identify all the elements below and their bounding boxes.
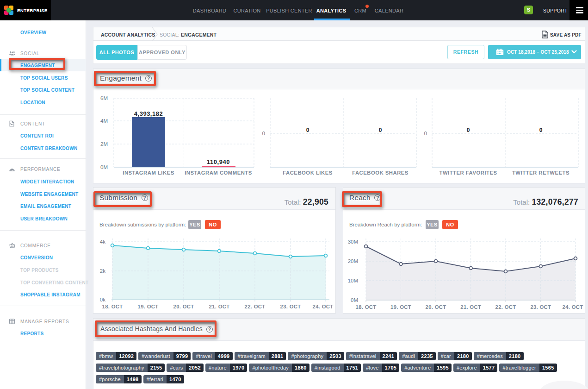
svg-text:30M: 30M [348, 239, 358, 245]
svg-text:4k: 4k [100, 239, 105, 245]
svg-text:0M: 0M [100, 164, 108, 170]
svg-text:INSTAGRAM LIKES: INSTAGRAM LIKES [123, 170, 174, 176]
svg-text:18. OCT: 18. OCT [102, 304, 123, 309]
svg-text:23. OCT: 23. OCT [530, 304, 551, 310]
svg-text:0M: 0M [351, 297, 358, 303]
svg-text:24. OCT: 24. OCT [313, 304, 334, 309]
svg-text:6M: 6M [100, 95, 108, 101]
svg-text:0: 0 [379, 127, 382, 133]
svg-text:4,393,182: 4,393,182 [134, 110, 163, 117]
svg-text:INSTAGRAM COMMENTS: INSTAGRAM COMMENTS [185, 170, 252, 176]
svg-text:2k: 2k [100, 268, 105, 274]
svg-text:20. OCT: 20. OCT [426, 304, 446, 310]
svg-text:110,940: 110,940 [207, 158, 230, 165]
svg-text:23. OCT: 23. OCT [280, 304, 301, 309]
svg-text:21. OCT: 21. OCT [460, 304, 481, 310]
svg-text:19. OCT: 19. OCT [138, 304, 159, 309]
svg-text:20M: 20M [348, 258, 358, 264]
svg-text:20. OCT: 20. OCT [173, 304, 194, 309]
svg-text:TWITTER RETWEETS: TWITTER RETWEETS [512, 170, 569, 176]
svg-text:TWITTER FAVORITES: TWITTER FAVORITES [439, 170, 497, 176]
svg-text:10M: 10M [348, 278, 358, 283]
svg-text:0k: 0k [100, 297, 105, 302]
svg-text:2M: 2M [100, 141, 108, 147]
svg-text:FACEBOOK LIKES: FACEBOOK LIKES [283, 170, 332, 176]
svg-text:22. OCT: 22. OCT [245, 304, 266, 309]
svg-text:18. OCT: 18. OCT [356, 304, 377, 310]
svg-text:4M: 4M [100, 118, 108, 124]
svg-text:19. OCT: 19. OCT [390, 304, 411, 310]
svg-text:21. OCT: 21. OCT [209, 304, 230, 309]
svg-text:0: 0 [262, 131, 265, 136]
svg-text:24. OCT: 24. OCT [563, 304, 583, 310]
svg-text:0: 0 [539, 127, 543, 133]
svg-text:0: 0 [306, 127, 309, 133]
svg-text:FACEBOOK SHARES: FACEBOOK SHARES [352, 170, 409, 176]
svg-text:0: 0 [424, 131, 427, 136]
svg-text:0: 0 [467, 127, 470, 133]
svg-text:22. OCT: 22. OCT [495, 304, 516, 310]
